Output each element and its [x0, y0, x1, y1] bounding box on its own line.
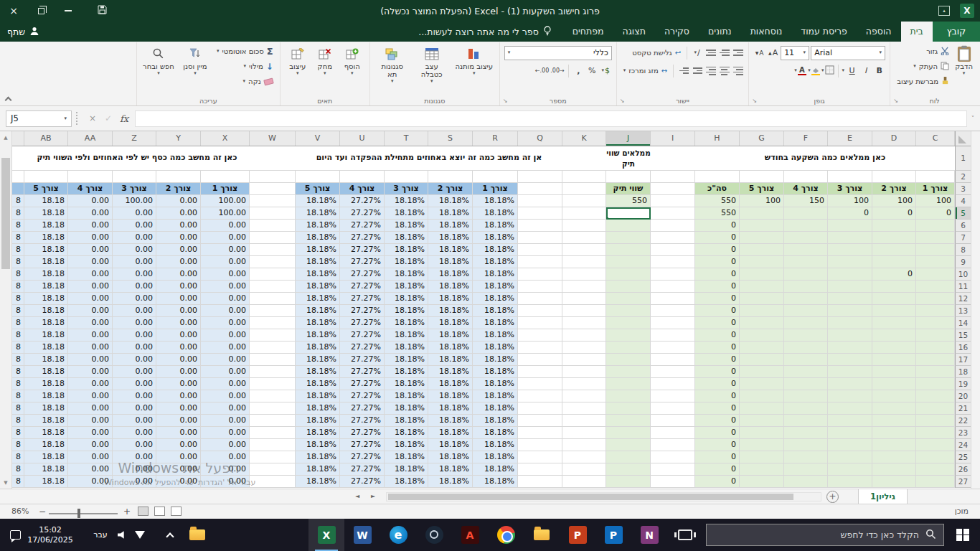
cell-X26[interactable]: 0.00	[201, 463, 250, 476]
cell-H6[interactable]: 0	[695, 220, 740, 232]
cell-C18[interactable]	[916, 366, 955, 378]
cell-J19[interactable]	[606, 378, 651, 390]
cell-R27[interactable]: 18.18%	[473, 476, 518, 488]
cell-W22[interactable]	[250, 415, 296, 427]
cell-I20[interactable]	[651, 390, 695, 402]
cell-Z4[interactable]: 100.00	[113, 195, 156, 207]
cell-K13[interactable]	[562, 305, 606, 317]
cell-Z18[interactable]: 0.00	[113, 366, 156, 378]
zoom-out-button[interactable]: −	[39, 507, 46, 517]
cell-D19[interactable]	[872, 378, 916, 390]
wrap-text-button[interactable]: ↩ גלישת טקסט	[630, 45, 683, 60]
row-header-16[interactable]: 16	[955, 342, 971, 354]
cell-Z23[interactable]: 0.00	[113, 427, 156, 439]
cell-W8[interactable]	[250, 244, 296, 256]
cell-C10[interactable]	[916, 268, 955, 281]
increase-decimal-button[interactable]: .00→	[550, 65, 564, 77]
cell-G10[interactable]	[740, 268, 784, 281]
cell-R19[interactable]: 18.18%	[473, 378, 518, 390]
cell-AA19[interactable]: 0.00	[68, 378, 113, 390]
cell-J15[interactable]	[606, 329, 651, 342]
cell-V14[interactable]: 18.18%	[296, 317, 340, 329]
cell-I10[interactable]	[651, 268, 695, 281]
taskbar-app-acrobat[interactable]: A	[452, 519, 488, 551]
cell-Q7[interactable]	[518, 232, 562, 244]
sheet-tab-active[interactable]: גיליון1	[858, 489, 908, 504]
cell-AA16[interactable]: 0.00	[68, 342, 113, 354]
cell-W16[interactable]	[250, 342, 296, 354]
cell-Y26[interactable]: 0.00	[156, 463, 201, 476]
cell-W10[interactable]	[250, 268, 296, 281]
fill-button[interactable]: ↓ מילוי ▾	[215, 59, 275, 74]
cell-I23[interactable]	[651, 427, 695, 439]
tab-insert[interactable]: הוספה	[857, 22, 901, 42]
cell-E19[interactable]	[828, 378, 872, 390]
cell-H22[interactable]: 0	[695, 415, 740, 427]
cell-F16[interactable]	[784, 342, 828, 354]
cell-I8[interactable]	[651, 244, 695, 256]
cell-Q23[interactable]	[518, 427, 562, 439]
cell-K21[interactable]	[562, 402, 606, 415]
scroll-down-icon[interactable]: ▼	[0, 476, 11, 489]
cell-C25[interactable]	[916, 451, 955, 463]
cell-AA24[interactable]: 0.00	[68, 439, 113, 451]
column-header-K[interactable]: K	[562, 131, 606, 146]
column-header-Q[interactable]: Q	[518, 131, 562, 146]
cancel-icon[interactable]: ×	[85, 110, 100, 127]
column-header-AA[interactable]: AA	[68, 131, 113, 146]
cell-clipped-15[interactable]: 8	[12, 329, 24, 342]
expand-formula-bar-icon[interactable]: ˅	[971, 116, 974, 122]
alignment-dialog-launcher-icon[interactable]: ↘	[620, 98, 625, 104]
taskbar-app-onenote[interactable]: N	[631, 519, 667, 551]
cell-AA21[interactable]: 0.00	[68, 402, 113, 415]
cell-U27[interactable]: 27.27%	[340, 476, 385, 488]
cell-AB12[interactable]: 18.18	[24, 293, 68, 305]
cell-S11[interactable]: 18.18%	[428, 281, 473, 293]
cell-Q17[interactable]	[518, 354, 562, 366]
cell-U10[interactable]: 27.27%	[340, 268, 385, 281]
cell-U23[interactable]: 27.27%	[340, 427, 385, 439]
cell-D21[interactable]	[872, 402, 916, 415]
cell-Q25[interactable]	[518, 451, 562, 463]
cell-Y3[interactable]: צורך 2	[156, 183, 201, 195]
cell-I6[interactable]	[651, 220, 695, 232]
format-cells-button[interactable]: עיצוב ▾	[285, 44, 311, 95]
cell-F18[interactable]	[784, 366, 828, 378]
collapse-ribbon-icon[interactable]	[5, 97, 12, 104]
decrease-decimal-button[interactable]: ←.00	[535, 65, 549, 77]
cell-Q22[interactable]	[518, 415, 562, 427]
cell-AB7[interactable]: 18.18	[24, 232, 68, 244]
column-header-AB[interactable]: AB	[24, 131, 68, 146]
cell-J7[interactable]	[606, 232, 651, 244]
cell-K8[interactable]	[562, 244, 606, 256]
cell-W25[interactable]	[250, 451, 296, 463]
cell-Q24[interactable]	[518, 439, 562, 451]
column-header-I[interactable]: I	[651, 131, 695, 146]
cell-styles-button[interactable]: סגנונות תא ▾	[374, 44, 410, 95]
cell-D4[interactable]: 100	[872, 195, 916, 207]
cell-W14[interactable]	[250, 317, 296, 329]
cell-G24[interactable]	[740, 439, 784, 451]
cell-AB25[interactable]: 18.18	[24, 451, 68, 463]
cell-AB3[interactable]: צורך 5	[24, 183, 68, 195]
cell-H14[interactable]: 0	[695, 317, 740, 329]
cell-Z11[interactable]: 0.00	[113, 281, 156, 293]
cell-R12[interactable]: 18.18%	[473, 293, 518, 305]
cell-X20[interactable]: 0.00	[201, 390, 250, 402]
cell-F3[interactable]: צורך 4	[784, 183, 828, 195]
cell-V23[interactable]: 18.18%	[296, 427, 340, 439]
column-header-U[interactable]: U	[340, 131, 385, 146]
cell-Y2[interactable]	[156, 171, 201, 183]
cell-S3[interactable]: צורך 2	[428, 183, 473, 195]
taskbar-search-box[interactable]: הקלד כאן כדי לחפש	[706, 524, 944, 546]
cell-AB9[interactable]: 18.18	[24, 256, 68, 268]
cell-E17[interactable]	[828, 354, 872, 366]
row-header-25[interactable]: 25	[955, 451, 971, 463]
cell-clipped-13[interactable]: 8	[12, 305, 24, 317]
cell-AA23[interactable]: 0.00	[68, 427, 113, 439]
cell-Z16[interactable]: 0.00	[113, 342, 156, 354]
cell-E20[interactable]	[828, 390, 872, 402]
insert-cells-button[interactable]: הוסף ▾	[339, 44, 365, 95]
taskbar-app-steam[interactable]	[416, 519, 452, 551]
cell-H25[interactable]: 0	[695, 451, 740, 463]
